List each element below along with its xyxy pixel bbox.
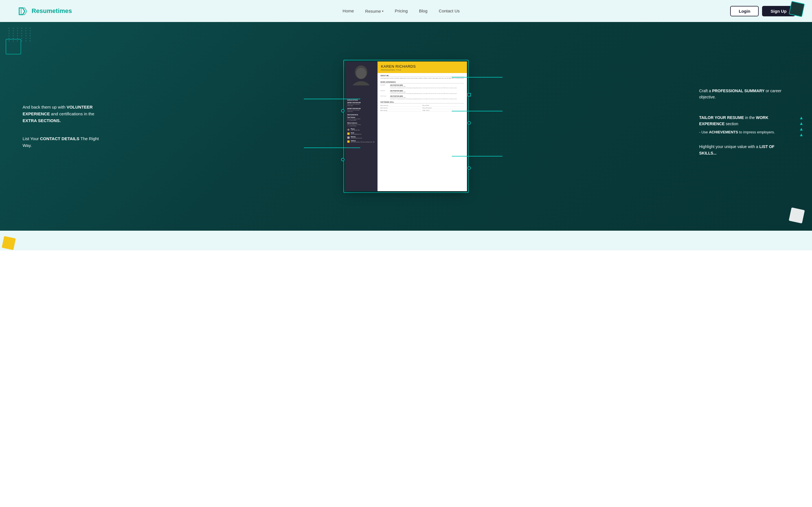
line-about [452,77,502,77]
resume-right-content: ABOUT ME Lorem ipsum dolor sit amet, con… [378,73,467,191]
line-skills [452,156,502,157]
connector-dot-work [468,121,471,125]
edu-item-1: ENTER YOUR MAJOR Name of Your University… [347,102,375,106]
ref-item-1: Sara Taylone Director I Company Name T: … [347,117,375,121]
resume-title: PROFESSIONAL TITLE [381,69,463,71]
line-volunteer [304,99,360,99]
education-title: EDUCATION [347,99,375,101]
contact-phone: Phone +000 123 456 789 [347,128,375,131]
logo[interactable]: Resumetimes [17,5,72,17]
reference-title: REFERENCE [347,114,375,116]
job-3: 2017-Present JOB POSITION HERE Company N… [380,96,464,100]
professional-summary-text: Craft a PROFESSIONAL SUMMARY or career o… [699,88,790,100]
volunteer-text: And back them up with VOLUNTEER EXPERIEN… [22,104,107,124]
contact-address: Address your street address, SE Towm Cit… [347,140,375,143]
line-work [452,111,502,111]
skill-5: Adobe Indesign [380,110,422,112]
nav-pricing[interactable]: Pricing [395,8,408,13]
person-photo [345,61,378,95]
connector-dot-contact [341,158,344,161]
contact-email: Email youremail@gmail.com [347,132,375,135]
resume-card: EDUCATION ENTER YOUR MAJOR Name of Your … [345,61,467,191]
resume-right-col: KAREN RICHARDS PROFESSIONAL TITLE ABOUT … [378,61,467,191]
skill-4: Microsoft Powerpoint [422,107,464,109]
chevron-down-icon: ▾ [382,10,383,13]
resume-photo [345,61,378,95]
main-nav: Home Resume ▾ Pricing Blog Contact Us [342,8,459,13]
main-section: ▲ ▲ ▲ ▲ And back them up with VOLUNTEER … [0,22,812,231]
contact-website: Website www.websitename.com [347,136,375,139]
deco-bottom-right [790,209,804,222]
skills-text: Highlight your unique value with a LIST … [699,144,790,157]
job-2: 2014-2017 JOB POSITION HERE Company Name… [380,90,464,95]
resume-left-col: EDUCATION ENTER YOUR MAJOR Name of Your … [345,61,378,191]
ref-item-2: Micke Anderson Web Developer I Company T… [347,122,375,127]
skill-3: Adobe Illustrator [380,107,422,109]
resume-contact: Phone +000 123 456 789 Email youremail@g… [347,128,375,143]
resume-border: EDUCATION ENTER YOUR MAJOR Name of Your … [343,60,468,193]
footer-strip [0,231,812,250]
nav-contact[interactable]: Contact Us [439,8,459,13]
logo-icon [17,5,29,17]
left-text-area: And back them up with VOLUNTEER EXPERIEN… [22,104,107,149]
arrows-decoration: ▲ ▲ ▲ ▲ [799,116,804,137]
connector-dot-skills [468,166,471,170]
nav-home[interactable]: Home [342,8,354,13]
right-text-area: Craft a PROFESSIONAL SUMMARY or career o… [699,88,790,165]
header-deco [790,2,804,16]
svg-point-4 [356,68,366,79]
nav-blog[interactable]: Blog [419,8,427,13]
job-1: 2012-2014 JOB POSITION HERE Company Name… [380,84,464,89]
skill-2: Microsoft Word [422,105,464,107]
footer-deco-left [3,237,15,249]
line-contact [304,148,360,148]
resume-left-content: EDUCATION ENTER YOUR MAJOR Name of Your … [345,95,378,191]
logo-text: Resumetimes [32,7,72,15]
svg-rect-3 [351,86,371,95]
edu-item-2: ENTER YOUR MAJOR Name of Your University… [347,108,375,112]
header: Resumetimes Home Resume ▾ Pricing Blog C… [0,0,812,22]
connector-dot-volunteer [341,109,344,113]
resume-header: KAREN RICHARDS PROFESSIONAL TITLE [378,61,467,73]
resume-name: KAREN RICHARDS [381,64,463,68]
header-buttons: Login Sign Up [730,6,795,16]
work-experience-text: TAILOR YOUR RESUME in the WORK EXPERIENC… [699,114,790,135]
contact-details-text: List Your CONTACT DETAILS The Right Way. [22,135,107,149]
box-decoration-left [6,39,21,54]
skill-1: Adobe photoshop [380,105,422,107]
nav-resume[interactable]: Resume ▾ [365,9,383,13]
connector-dot-about [468,93,471,97]
resume-preview: EDUCATION ENTER YOUR MAJOR Name of Your … [343,60,468,193]
login-button[interactable]: Login [730,6,759,16]
